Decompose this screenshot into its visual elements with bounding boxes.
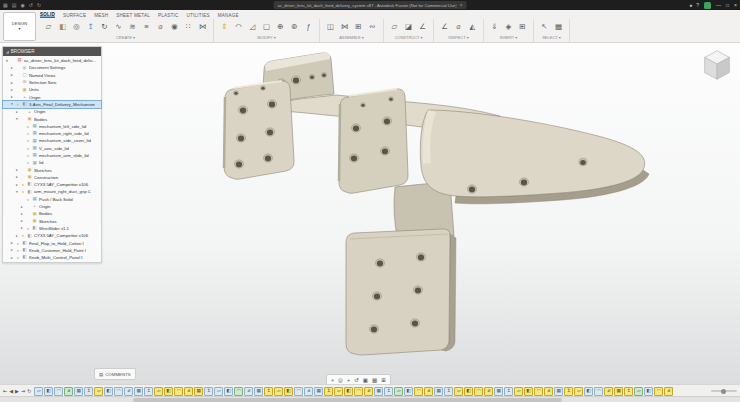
look-at-icon[interactable]: ▣ — [363, 378, 368, 384]
visibility-bulb-icon[interactable]: ● — [16, 255, 20, 260]
visibility-bulb-icon[interactable]: ● — [16, 248, 20, 253]
model-bracket[interactable] — [0, 42, 740, 402]
ribbon-group-label[interactable]: INSERT ▾ — [500, 34, 518, 41]
browser-row[interactable]: ▸+Origin — [3, 203, 101, 210]
timeline-feature[interactable]: ▱ — [214, 387, 223, 396]
revolve-icon[interactable]: ↻ — [98, 20, 111, 34]
browser-row[interactable]: ▾▤ac_driver_lens_kit_dash_feed_delivery_… — [3, 57, 101, 64]
timeline-feature[interactable]: ▦ — [374, 387, 383, 396]
visibility-bulb-icon[interactable]: ● — [21, 182, 25, 187]
visibility-bulb-icon[interactable]: ● — [16, 241, 20, 246]
expand-arrow-icon[interactable]: ▸ — [15, 168, 19, 172]
fit-view-icon[interactable]: ⌖ — [331, 378, 334, 384]
timeline-feature[interactable]: ◠ — [174, 387, 183, 396]
timeline-feature[interactable]: ⌀ — [244, 387, 253, 396]
change-parameters-icon[interactable]: ƒ — [302, 20, 315, 34]
ribbon-group-label[interactable]: CREATE ▾ — [116, 34, 135, 41]
browser-row[interactable]: ●▦mechanism_left_side_lid — [3, 123, 101, 130]
viewport-canvas[interactable]: ◢ BROWSER ▾▤ac_driver_lens_kit_dash_feed… — [0, 42, 740, 402]
ribbon-tab-manage[interactable]: MANAGE — [218, 13, 239, 18]
browser-row[interactable]: ▸●◧WristSlider v1.1 — [3, 225, 101, 232]
decal-icon[interactable]: ◈ — [502, 20, 515, 34]
timeline-feature[interactable]: ▱ — [454, 387, 463, 396]
ribbon-group-label[interactable]: CONSTRUCT ▾ — [394, 34, 422, 41]
browser-row[interactable]: ▸⊞Selection Sets — [3, 79, 101, 86]
timeline-feature[interactable]: ◠ — [354, 387, 363, 396]
timeline-feature[interactable]: ▦ — [254, 387, 263, 396]
timeline-feature[interactable]: ↥ — [504, 387, 513, 396]
cylinder-icon[interactable]: ◎ — [70, 20, 83, 34]
timeline-feature[interactable]: ◧ — [284, 387, 293, 396]
timeline-feature[interactable]: ◧ — [44, 387, 53, 396]
close-button[interactable]: × — [734, 3, 737, 8]
expand-arrow-icon[interactable]: ▸ — [15, 110, 19, 114]
timeline-feature[interactable]: ↥ — [264, 387, 273, 396]
timeline-go-end-icon[interactable]: ⇥ — [21, 389, 25, 394]
timeline-feature[interactable]: ▱ — [574, 387, 583, 396]
expand-arrow-icon[interactable]: ▾ — [5, 59, 9, 63]
timeline-feature[interactable]: ⌀ — [64, 387, 73, 396]
measure-icon[interactable]: ∠ — [438, 20, 451, 34]
press-pull-icon[interactable]: ⇕ — [218, 20, 231, 34]
visibility-bulb-icon[interactable]: ● — [16, 102, 20, 107]
workspace-selector[interactable]: DESIGN ▾ — [3, 12, 36, 41]
expand-arrow-icon[interactable]: ▸ — [15, 175, 19, 179]
visibility-bulb-icon[interactable]: ● — [26, 124, 30, 129]
display-settings-icon[interactable]: ▦ — [372, 378, 377, 384]
timeline-feature[interactable]: ◧ — [644, 387, 653, 396]
browser-row[interactable]: ▸●◧Knob_Multi_Control_Panel I — [3, 254, 101, 261]
ribbon-tab-sheet-metal[interactable]: SHEET METAL — [116, 13, 150, 18]
expand-arrow-icon[interactable]: ▾ — [15, 190, 19, 194]
timeline-feature[interactable]: ◧ — [344, 387, 353, 396]
part-wing[interactable] — [420, 110, 649, 204]
file-menu-icon[interactable]: ▤ — [12, 3, 17, 8]
timeline-feature[interactable]: ◠ — [234, 387, 243, 396]
timeline-feature[interactable]: ◠ — [414, 387, 423, 396]
new-component-icon[interactable]: ◫ — [324, 20, 337, 34]
offset-plane-icon[interactable]: ▱ — [388, 20, 401, 34]
browser-row[interactable]: ▸▣Sketches — [3, 166, 101, 173]
timeline-feature[interactable]: ⌀ — [124, 387, 133, 396]
timeline-feature[interactable]: ▦ — [134, 387, 143, 396]
expand-arrow-icon[interactable]: ▸ — [10, 73, 14, 77]
ribbon-tab-surface[interactable]: SURFACE — [63, 13, 86, 18]
browser-row[interactable]: ●▦mechanism_right_side_lid — [3, 130, 101, 137]
expand-arrow-icon[interactable]: ▸ — [10, 256, 14, 260]
timeline-feature[interactable]: ↥ — [204, 387, 213, 396]
scrollbar-thumb[interactable] — [133, 398, 562, 402]
mirror-icon[interactable]: ⋈ — [196, 20, 209, 34]
timeline-feature[interactable]: ⌀ — [484, 387, 493, 396]
visibility-bulb-icon[interactable]: ● — [26, 226, 30, 231]
pan-icon[interactable]: + — [347, 378, 350, 384]
timeline-feature[interactable]: ◧ — [464, 387, 473, 396]
visibility-bulb-icon[interactable]: ● — [26, 146, 30, 151]
timeline-step-back-icon[interactable]: ◀ — [9, 389, 13, 394]
timeline-feature[interactable]: ◠ — [594, 387, 603, 396]
timeline-feature[interactable]: ⌀ — [424, 387, 433, 396]
shell-icon[interactable]: ▢ — [260, 20, 273, 34]
timeline-feature[interactable]: ◠ — [114, 387, 123, 396]
joint-icon[interactable]: ⋈ — [338, 20, 351, 34]
ribbon-tab-utilities[interactable]: UTILITIES — [186, 13, 209, 18]
timeline-feature[interactable]: ◧ — [404, 387, 413, 396]
undo-icon[interactable]: ↺ — [29, 3, 33, 8]
insert-derive-icon[interactable]: ⇓ — [488, 20, 501, 34]
insert-mesh-icon[interactable]: ⊞ — [516, 20, 529, 34]
part-front-flange[interactable] — [224, 81, 294, 179]
visibility-bulb-icon[interactable]: ● — [21, 189, 25, 194]
expand-arrow-icon[interactable]: ▸ — [10, 88, 14, 92]
browser-row[interactable]: ▸●◧CYX3.5AY_Competitor v106 — [3, 232, 101, 239]
view-cube[interactable] — [698, 46, 736, 84]
grid-layout-icon[interactable]: ⊞ — [381, 378, 386, 384]
expand-arrow-icon[interactable]: ▸ — [20, 226, 24, 230]
redo-icon[interactable]: ↻ — [37, 3, 41, 8]
loft-icon[interactable]: ≋ — [126, 20, 139, 34]
timeline-feature[interactable]: ↥ — [444, 387, 453, 396]
ribbon-group-label[interactable]: INSPECT ▾ — [448, 34, 468, 41]
zoom-icon[interactable]: ◎ — [338, 378, 343, 384]
visibility-bulb-icon[interactable]: ● — [26, 160, 30, 165]
timeline-feature[interactable]: ⌀ — [664, 387, 673, 396]
expand-arrow-icon[interactable]: ▸ — [10, 241, 14, 245]
timeline-feature[interactable]: ↥ — [144, 387, 153, 396]
expand-arrow-icon[interactable]: ▸ — [10, 95, 14, 99]
